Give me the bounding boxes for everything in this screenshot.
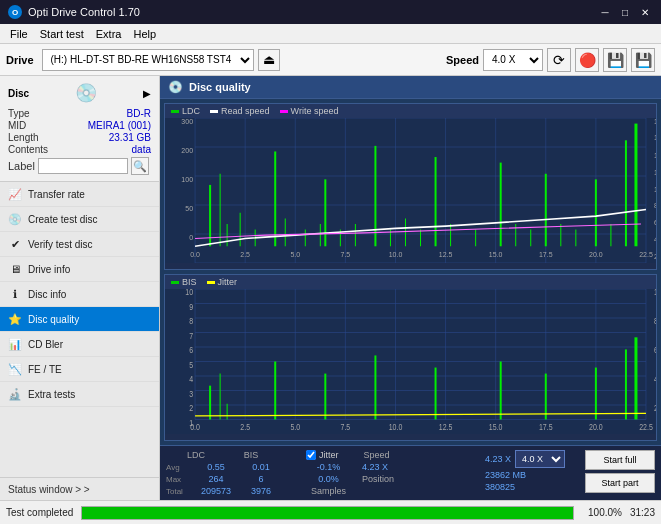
- samples-row: 380825: [485, 482, 575, 492]
- svg-rect-0: [165, 118, 656, 263]
- svg-text:4X: 4X: [654, 234, 656, 243]
- position-row: 23862 MB: [485, 470, 575, 480]
- svg-text:17.5: 17.5: [539, 250, 553, 259]
- legend-bis: BIS: [171, 277, 197, 287]
- svg-text:20.0: 20.0: [589, 250, 603, 259]
- svg-text:6X: 6X: [654, 218, 656, 227]
- sidebar-item-drive-info-label: Drive info: [28, 264, 70, 275]
- jitter-checkbox-group: Jitter: [306, 450, 339, 460]
- svg-text:9: 9: [189, 302, 193, 312]
- svg-text:10: 10: [185, 289, 193, 297]
- start-part-button[interactable]: Start part: [585, 473, 655, 493]
- sidebar-item-create-test-disc[interactable]: 💿 Create test disc: [0, 207, 159, 232]
- disc-type-label: Type: [8, 108, 30, 119]
- stats-controls: LDC BIS Jitter Speed Avg 0.55 0.01: [160, 445, 661, 500]
- settings-button3[interactable]: 💾: [631, 48, 655, 72]
- disc-length-label: Length: [8, 132, 39, 143]
- svg-text:18X: 18X: [654, 118, 656, 126]
- speed-dropdown[interactable]: 4.0 X 8.0 X 12.0 X 16.0 X: [483, 49, 543, 71]
- disc-quality-icon: ⭐: [8, 312, 22, 326]
- app-logo: O: [8, 5, 22, 19]
- svg-text:14X: 14X: [654, 151, 656, 160]
- sidebar-item-verify-test-disc[interactable]: ✔ Verify test disc: [0, 232, 159, 257]
- label-browse-button[interactable]: 🔍: [131, 157, 149, 175]
- menu-start-test[interactable]: Start test: [34, 27, 90, 41]
- svg-text:10%: 10%: [654, 289, 656, 297]
- menu-bar: File Start test Extra Help: [0, 24, 661, 44]
- stats-max-row: Max 264 6 0.0% Position: [166, 474, 475, 484]
- svg-text:10.0: 10.0: [389, 423, 403, 433]
- sidebar-item-transfer-rate[interactable]: 📈 Transfer rate: [0, 182, 159, 207]
- sidebar-item-disc-info[interactable]: ℹ Disc info: [0, 282, 159, 307]
- sidebar-item-disc-quality-label: Disc quality: [28, 314, 79, 325]
- svg-text:10X: 10X: [654, 184, 656, 193]
- avg-jitter: -0.1%: [301, 462, 356, 472]
- status-window-button[interactable]: Status window > >: [0, 477, 159, 500]
- svg-text:200: 200: [181, 145, 193, 154]
- app-title: Opti Drive Control 1.70: [28, 6, 140, 18]
- menu-extra[interactable]: Extra: [90, 27, 128, 41]
- drive-info-icon: 🖥: [8, 262, 22, 276]
- stats-table: LDC BIS Jitter Speed Avg 0.55 0.01: [166, 450, 475, 496]
- speed-select-small[interactable]: 4.0 X 8.0 X: [515, 450, 565, 468]
- legend-bis-dot: [171, 281, 179, 284]
- stats-header-row: LDC BIS Jitter Speed: [166, 450, 475, 460]
- svg-text:0.0: 0.0: [190, 250, 200, 259]
- drive-label: Drive: [6, 54, 34, 66]
- app-window: O Opti Drive Control 1.70 ─ □ ✕ File Sta…: [0, 0, 661, 524]
- svg-text:12.5: 12.5: [439, 423, 453, 433]
- svg-text:3: 3: [189, 389, 193, 399]
- sidebar-item-cd-bler[interactable]: 📊 CD Bler: [0, 332, 159, 357]
- settings-button2[interactable]: 💾: [603, 48, 627, 72]
- svg-text:7.5: 7.5: [341, 423, 351, 433]
- maximize-button[interactable]: □: [617, 4, 633, 20]
- svg-text:0.0: 0.0: [190, 423, 200, 433]
- svg-text:8%: 8%: [654, 316, 656, 326]
- drive-dropdown[interactable]: (H:) HL-DT-ST BD-RE WH16NS58 TST4: [42, 49, 254, 71]
- max-label: Max: [166, 475, 191, 484]
- chart-ldc: LDC Read speed Write speed: [164, 103, 657, 270]
- chart-bis-area: 10 9 8 7 6 5 4 3 2 1 10% 8%: [165, 289, 656, 434]
- menu-file[interactable]: File: [4, 27, 34, 41]
- avg-speed: 4.23 X: [362, 462, 388, 472]
- max-ldc: 264: [191, 474, 241, 484]
- position-label: Position: [362, 474, 394, 484]
- close-button[interactable]: ✕: [637, 4, 653, 20]
- svg-text:0: 0: [189, 232, 193, 241]
- menu-help[interactable]: Help: [127, 27, 162, 41]
- status-bar: Test completed 100.0% 31:23: [0, 500, 661, 524]
- svg-text:22.5: 22.5: [639, 250, 653, 259]
- settings-button1[interactable]: 🔴: [575, 48, 599, 72]
- svg-text:10.0: 10.0: [389, 250, 403, 259]
- position-val: 23862 MB: [485, 470, 526, 480]
- sidebar-item-fe-te-label: FE / TE: [28, 364, 62, 375]
- disc-info-icon: ℹ: [8, 287, 22, 301]
- refresh-button[interactable]: ⟳: [547, 48, 571, 72]
- sidebar-item-extra-tests[interactable]: 🔬 Extra tests: [0, 382, 159, 407]
- title-bar: O Opti Drive Control 1.70 ─ □ ✕: [0, 0, 661, 24]
- disc-section-label: Disc: [8, 88, 29, 99]
- charts-container: LDC Read speed Write speed: [160, 99, 661, 445]
- chart-ldc-area: 300 200 100 50 0 18X 16X 14X 12X 10X 8X: [165, 118, 656, 263]
- disc-quality-header: 💿 Disc quality: [160, 76, 661, 99]
- sidebar-item-drive-info[interactable]: 🖥 Drive info: [0, 257, 159, 282]
- eject-button[interactable]: ⏏: [258, 49, 280, 71]
- transfer-rate-icon: 📈: [8, 187, 22, 201]
- start-full-button[interactable]: Start full: [585, 450, 655, 470]
- legend-write-speed: Write speed: [280, 106, 339, 116]
- sidebar-item-fe-te[interactable]: 📉 FE / TE: [0, 357, 159, 382]
- svg-text:17.5: 17.5: [539, 423, 553, 433]
- progress-label: 100.0%: [582, 507, 622, 518]
- minimize-button[interactable]: ─: [597, 4, 613, 20]
- svg-text:100: 100: [181, 174, 193, 183]
- total-ldc: 209573: [191, 486, 241, 496]
- chart-ldc-svg: 300 200 100 50 0 18X 16X 14X 12X 10X 8X: [165, 118, 656, 263]
- avg-ldc: 0.55: [191, 462, 241, 472]
- svg-text:2%: 2%: [654, 403, 656, 413]
- disc-mid-label: MID: [8, 120, 26, 131]
- svg-text:12.5: 12.5: [439, 250, 453, 259]
- sidebar-item-disc-quality[interactable]: ⭐ Disc quality: [0, 307, 159, 332]
- label-input[interactable]: [38, 158, 128, 174]
- jitter-checkbox[interactable]: [306, 450, 316, 460]
- avg-label: Avg: [166, 463, 191, 472]
